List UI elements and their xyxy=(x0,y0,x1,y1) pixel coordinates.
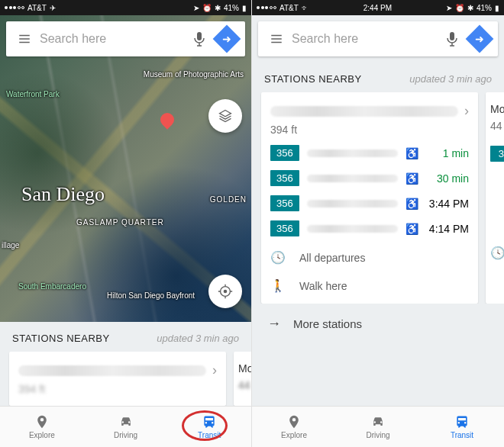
carrier-label: AT&T xyxy=(27,4,47,12)
destination-redacted xyxy=(307,150,398,157)
sheet-updated: updated 3 min ago xyxy=(409,73,492,85)
my-location-button[interactable] xyxy=(208,275,242,308)
route-badge: 356 xyxy=(270,195,299,211)
station-card-peek[interactable]: Mo 44 xyxy=(234,352,251,406)
status-bar: AT&T ✈ ➤⏰ ✱ 41% ▮ xyxy=(0,0,251,15)
map-poi-embarcadero: South Embarcadero xyxy=(18,282,86,291)
layers-button[interactable] xyxy=(208,99,242,133)
arrow-right-icon: → xyxy=(267,316,281,332)
phone-left: AT&T ✈ ➤⏰ ✱ 41% ▮ Search here ➜ San Dieg… xyxy=(0,0,252,447)
search-bar-container: Search here ➜ xyxy=(252,15,504,63)
map-poi-hilton: Hilton San Diego Bayfront xyxy=(107,291,195,300)
destination-redacted xyxy=(307,175,398,182)
voice-search-icon[interactable] xyxy=(186,31,213,47)
departure-time: 1 min xyxy=(426,147,469,159)
more-stations-button[interactable]: → More stations xyxy=(252,304,504,344)
walk-here-button[interactable]: 🚶 Walk here xyxy=(270,278,469,293)
station-name-redacted xyxy=(270,106,458,117)
departure-row[interactable]: 356 ♿ 1 min xyxy=(270,145,469,161)
carrier-label: AT&T xyxy=(279,4,299,12)
phone-right: AT&T ᯤ 2:44 PM ➤⏰✱ 41% ▮ Search here ➜ S… xyxy=(252,0,504,447)
departure-row[interactable]: 356 ♿ 4:14 PM xyxy=(270,220,469,236)
battery-pct: 41% xyxy=(477,4,492,12)
search-bar[interactable]: Search here ➜ xyxy=(6,21,245,56)
route-badge: 356 xyxy=(270,145,299,161)
destination-redacted xyxy=(307,200,398,207)
station-name-redacted xyxy=(18,365,206,376)
map-city-label: San Diego xyxy=(21,183,105,206)
all-departures-button[interactable]: 🕓 All departures xyxy=(270,250,469,265)
departure-time: 30 min xyxy=(426,172,469,185)
route-badge: 356 xyxy=(270,220,299,236)
walk-icon: 🚶 xyxy=(270,278,286,293)
departure-time: 3:44 PM xyxy=(426,198,469,210)
search-input[interactable]: Search here xyxy=(292,32,438,46)
sheet-title: STATIONS NEARBY xyxy=(12,333,110,344)
station-card-peek[interactable]: Mo 44 35 🕓 xyxy=(486,92,504,304)
chevron-right-icon: › xyxy=(212,362,217,378)
map-poi-museum: Museum of Photographic Arts xyxy=(144,70,244,79)
stations-sheet-expanded[interactable]: STATIONS NEARBY updated 3 min ago › 394 … xyxy=(252,63,504,406)
station-card[interactable]: › 394 ft 356 ♿ 1 min 356 ♿ 30 min 356 xyxy=(261,92,478,304)
nav-explore[interactable]: Explore xyxy=(0,407,84,447)
departure-row[interactable]: 356 ♿ 30 min xyxy=(270,170,469,186)
nav-driving[interactable]: Driving xyxy=(336,407,420,447)
peek-name: Mo xyxy=(490,103,504,115)
sheet-updated: updated 3 min ago xyxy=(157,333,239,344)
battery-pct: 41% xyxy=(224,4,239,12)
map-poi-waterfront: Waterfront Park xyxy=(6,90,60,98)
station-distance: 394 ft xyxy=(18,383,217,395)
map-district-golden: GOLDEN xyxy=(210,195,247,204)
nav-explore[interactable]: Explore xyxy=(252,407,336,447)
departure-row[interactable]: 356 ♿ 3:44 PM xyxy=(270,195,469,211)
departures-icon: 🕓 xyxy=(270,250,286,265)
departure-time: 4:14 PM xyxy=(426,223,469,235)
directions-button[interactable]: ➜ xyxy=(466,25,493,53)
menu-icon[interactable] xyxy=(9,32,40,46)
peek-name: Mo xyxy=(238,362,251,375)
bottom-nav: Explore Driving Transit xyxy=(252,406,504,447)
peek-distance: 44 xyxy=(490,120,504,132)
peek-distance: 44 xyxy=(238,379,251,391)
voice-search-icon[interactable] xyxy=(438,31,466,47)
nav-driving[interactable]: Driving xyxy=(84,407,168,447)
bluetooth-icon: ✱ xyxy=(215,4,221,12)
chevron-right-icon: › xyxy=(464,103,469,119)
status-time: 2:44 PM xyxy=(363,4,392,12)
map-pin[interactable] xyxy=(157,110,176,129)
svg-point-2 xyxy=(224,290,228,294)
directions-button[interactable]: ➜ xyxy=(213,25,241,53)
search-bar-container: Search here ➜ xyxy=(0,15,251,63)
station-distance: 394 ft xyxy=(270,124,469,136)
route-badge: 356 xyxy=(270,170,299,186)
menu-icon[interactable] xyxy=(261,32,292,46)
map-label-village: illage xyxy=(2,241,19,249)
nav-transit[interactable]: Transit xyxy=(167,407,251,447)
search-input[interactable]: Search here xyxy=(40,32,186,46)
svg-rect-0 xyxy=(197,32,202,40)
departures-icon: 🕓 xyxy=(490,246,504,259)
accessible-icon: ♿ xyxy=(405,147,418,159)
nav-transit[interactable]: Transit xyxy=(420,407,504,447)
bottom-nav: Explore Driving Transit xyxy=(0,406,251,447)
status-bar: AT&T ᯤ 2:44 PM ➤⏰✱ 41% ▮ xyxy=(252,0,504,15)
accessible-icon: ♿ xyxy=(405,198,418,210)
route-badge: 35 xyxy=(490,146,504,162)
accessible-icon: ♿ xyxy=(405,223,418,235)
search-bar[interactable]: Search here ➜ xyxy=(258,21,498,56)
station-card[interactable]: › 394 ft xyxy=(9,352,226,406)
svg-rect-3 xyxy=(450,32,454,40)
accessible-icon: ♿ xyxy=(405,172,418,185)
destination-redacted xyxy=(307,225,398,233)
stations-sheet[interactable]: STATIONS NEARBY updated 3 min ago › 394 … xyxy=(0,322,251,406)
map-district-gaslamp: GASLAMP QUARTER xyxy=(76,218,164,227)
sheet-title: STATIONS NEARBY xyxy=(264,73,362,85)
